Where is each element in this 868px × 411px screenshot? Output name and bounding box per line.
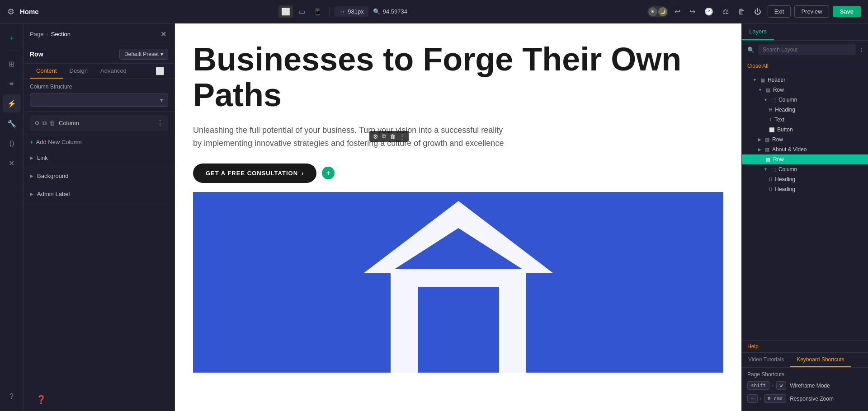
trash-icon[interactable]: 🗑 (735, 6, 748, 18)
col-menu-button[interactable]: ⋮ (156, 119, 164, 127)
add-element-button[interactable]: + (322, 167, 335, 179)
layers-icon[interactable]: ≡ (3, 75, 21, 93)
search-info: 🔍 94.59734 (373, 8, 407, 15)
shortcuts-section: Page Shortcuts shift + w Wireframe Mode … (742, 368, 868, 411)
cta-button[interactable]: GET A FREE CONSULTATION › (193, 163, 316, 183)
preview-button[interactable]: Preview (794, 5, 829, 18)
responsive-icon[interactable]: ⬜ (156, 67, 165, 75)
layer-row-selected[interactable]: ▼ ▦ Row (742, 154, 868, 164)
tab-advanced[interactable]: Advanced (94, 64, 133, 79)
desktop-icon[interactable]: ⬜ (278, 5, 293, 18)
search-layout-input[interactable] (758, 44, 856, 55)
close-panel-button[interactable]: ✕ (159, 28, 168, 40)
equals-key: = (747, 394, 758, 403)
layer-header[interactable]: ▼ ▦ Header (742, 75, 868, 85)
tab-design[interactable]: Design (63, 64, 94, 79)
about-icon: ▦ (765, 147, 769, 153)
undo-icon[interactable]: ↩ (672, 5, 683, 18)
help-circle-icon[interactable]: ❓ (30, 389, 52, 411)
column-structure-block: Column Structure ▾ (24, 79, 175, 112)
toolbar-menu-icon[interactable]: ⋮ (399, 133, 405, 140)
sections-icon[interactable]: ⊞ (3, 55, 21, 73)
layer-column-2[interactable]: ▼ ⬚ Column (742, 164, 868, 174)
w-key: w (776, 381, 787, 390)
save-button[interactable]: Save (833, 6, 861, 17)
row-sel-expand-icon: ▼ (758, 157, 762, 162)
background-section-header[interactable]: ▶ Background (24, 167, 175, 185)
widgets-icon[interactable]: 🔧 (3, 114, 21, 132)
tab-content[interactable]: Content (30, 64, 63, 79)
power-icon[interactable]: ⏻ (751, 6, 764, 18)
width-icon: ↔ (339, 8, 345, 15)
device-icons: ⬜ ▭ 📱 (278, 5, 325, 18)
add-column-button[interactable]: + Add New Column (24, 135, 175, 149)
layer-heading-2[interactable]: H Heading (742, 174, 868, 184)
canvas-heading: Businesses to Forge Their Own Paths (193, 42, 723, 113)
col-copy-icon[interactable]: ⧉ (42, 120, 47, 127)
filter-icon[interactable]: ⫶ (859, 46, 863, 53)
admin-section-header[interactable]: ▶ Admin Label (24, 185, 175, 203)
close-all-button[interactable]: Close All (742, 59, 868, 73)
search-layout-bar: 🔍 ⫶ (742, 41, 868, 59)
shortcut-wireframe: shift + w Wireframe Mode (747, 381, 863, 390)
history-icon[interactable]: 🕐 (702, 5, 716, 18)
properties-icon[interactable]: ⚡ (3, 94, 21, 112)
help-icon[interactable]: ? (3, 388, 21, 406)
layer-column-1[interactable]: ▼ ⬚ Column (742, 95, 868, 105)
row-sel-icon: ▦ (766, 157, 770, 163)
plus-1: + (771, 383, 774, 388)
heading3-icon: H (769, 187, 772, 192)
layer-heading-1[interactable]: H Heading (742, 105, 868, 115)
heading2-icon: H (769, 177, 772, 182)
col-icons: ⚙ ⧉ 🗑 (34, 120, 55, 127)
light-theme-dot[interactable]: ☀ (648, 7, 657, 16)
properties-panel: Page › Section ✕ Row Default Preset ▾ Co… (24, 23, 175, 411)
dark-theme-dot[interactable]: 🌙 (658, 7, 667, 16)
mobile-icon[interactable]: 📱 (311, 5, 325, 18)
col-settings-icon[interactable]: ⚙ (34, 120, 40, 127)
search-value: 94.59734 (383, 8, 407, 15)
layers-tab[interactable]: Layers (742, 23, 774, 40)
layer-text-1[interactable]: T Text (742, 115, 868, 125)
preset-button[interactable]: Default Preset ▾ (119, 49, 168, 60)
help-tabs: Video Tutorials Keyboard Shortcuts (742, 353, 868, 368)
tablet-icon[interactable]: ▭ (296, 5, 308, 18)
add-element-icon[interactable]: ＋ (3, 29, 21, 47)
column-label: Column (59, 120, 153, 126)
exit-button[interactable]: Exit (768, 5, 791, 18)
link-section-header[interactable]: ▶ Link (24, 149, 175, 167)
video-tutorials-tab[interactable]: Video Tutorials (742, 353, 790, 367)
row2-icon: ▦ (765, 137, 769, 143)
link-section: ▶ Link (24, 149, 175, 167)
theme-toggle[interactable]: ☀ 🌙 (647, 6, 668, 17)
gear-icon[interactable]: ⚙ (7, 7, 14, 17)
about-expand-icon: ▶ (758, 147, 761, 152)
topbar-center: ⬜ ▭ 📱 ↔ 981px 🔍 94.59734 (44, 5, 642, 18)
cursor-icon[interactable]: ✕ (3, 154, 21, 172)
layer-button-1[interactable]: ⬜ Button (742, 125, 868, 135)
breadcrumb: Page › Section (30, 31, 71, 37)
plus-2: + (760, 396, 762, 402)
col1-icon: ⬚ (771, 97, 776, 103)
toolbar-trash-icon[interactable]: 🗑 (390, 133, 396, 140)
layer-row-1[interactable]: ▼ ▦ Row (742, 85, 868, 95)
right-panel: Layers 🔍 ⫶ Close All ▼ ▦ Header ▼ ▦ Row … (741, 23, 868, 411)
toolbar-settings-icon[interactable]: ⚙ (373, 133, 378, 140)
blue-hero-section (193, 192, 723, 373)
topbar-right: ☀ 🌙 ↩ ↪ 🕐 ⚖ 🗑 ⏻ Exit Preview Save (647, 5, 861, 18)
redo-icon[interactable]: ↪ (687, 5, 698, 18)
layer-about-video[interactable]: ▶ ▦ About & Video (742, 145, 868, 154)
shift-key: shift (747, 381, 769, 390)
col-trash-icon[interactable]: 🗑 (49, 120, 55, 127)
canvas-button-row: ⚙ ⧉ 🗑 ⋮ GET A FREE CONSULTATION › + (193, 163, 723, 183)
settings-icon[interactable]: ⚖ (720, 5, 731, 18)
col-structure-select[interactable]: ▾ (30, 93, 168, 107)
toolbar-copy-icon[interactable]: ⧉ (382, 133, 386, 140)
code-icon[interactable]: ⟨⟩ (3, 134, 21, 152)
props-tabs: Content Design Advanced ⬜ (24, 64, 175, 79)
row1-expand-icon: ▼ (758, 88, 762, 92)
layer-row-2[interactable]: ▶ ▦ Row (742, 135, 868, 145)
link-expand-arrow: ▶ (30, 155, 33, 160)
layer-heading-3[interactable]: H Heading (742, 184, 868, 194)
keyboard-shortcuts-tab[interactable]: Keyboard Shortcuts (790, 353, 850, 367)
